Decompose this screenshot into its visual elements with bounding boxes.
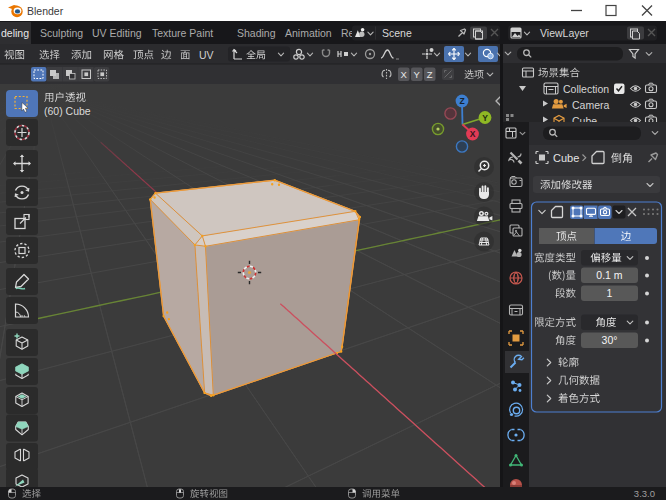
svg-text:Blender: Blender <box>27 5 64 17</box>
svg-text:UV Editing: UV Editing <box>92 27 142 39</box>
svg-text:Scene: Scene <box>382 27 412 39</box>
svg-text:ViewLayer: ViewLayer <box>540 27 589 39</box>
svg-text:Cube: Cube <box>553 152 579 164</box>
svg-text:(60) Cube: (60) Cube <box>44 105 91 117</box>
svg-text:Camera: Camera <box>572 99 610 111</box>
svg-text:Z: Z <box>459 96 464 106</box>
svg-text:Y: Y <box>482 113 488 123</box>
svg-text:0.1 m: 0.1 m <box>596 269 623 281</box>
svg-text:Sculpting: Sculpting <box>40 27 83 39</box>
svg-text:Y: Y <box>414 69 421 80</box>
svg-text:deling: deling <box>1 27 29 39</box>
svg-text:Texture Paint: Texture Paint <box>152 27 213 39</box>
svg-text:Animation: Animation <box>285 27 332 39</box>
svg-text:30°: 30° <box>602 334 618 346</box>
svg-text:UV: UV <box>199 49 214 61</box>
svg-text:Shading: Shading <box>237 27 276 39</box>
svg-text:1: 1 <box>607 287 613 299</box>
svg-text:3.3.0: 3.3.0 <box>634 488 655 499</box>
svg-text:X: X <box>470 129 476 139</box>
svg-text:Z: Z <box>427 69 433 80</box>
svg-text:Collection: Collection <box>563 83 609 95</box>
svg-text:X: X <box>401 69 408 80</box>
